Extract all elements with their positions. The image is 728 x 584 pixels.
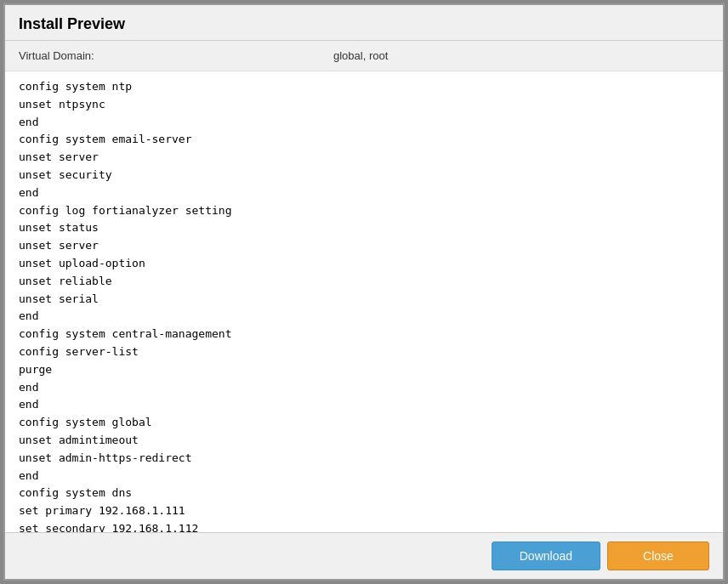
virtual-domain-value: global, root: [333, 49, 388, 62]
dialog-header: Install Preview: [5, 5, 723, 41]
config-text: config system ntp unset ntpsync end conf…: [19, 78, 709, 532]
virtual-domain-row: Virtual Domain: global, root: [5, 41, 723, 71]
download-button[interactable]: Download: [492, 541, 600, 570]
virtual-domain-label: Virtual Domain:: [19, 49, 121, 62]
dialog-title: Install Preview: [19, 15, 125, 32]
close-button[interactable]: Close: [607, 541, 709, 570]
install-preview-dialog: Install Preview Virtual Domain: global, …: [3, 3, 725, 581]
dialog-body: Virtual Domain: global, root config syst…: [5, 41, 723, 532]
dialog-footer: Download Close: [5, 532, 723, 579]
config-content-area[interactable]: config system ntp unset ntpsync end conf…: [5, 71, 723, 532]
